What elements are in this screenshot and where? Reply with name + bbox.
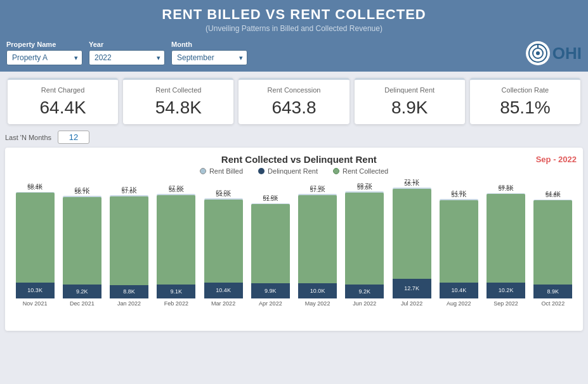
- delinquent-label: 9.1K: [157, 285, 195, 298]
- property-filter: Property Name Property A Property B Prop…: [6, 41, 82, 65]
- delinquent-label: 8.9K: [533, 285, 572, 298]
- bar-delinquent: 9.2K: [345, 285, 384, 298]
- bar-group: 67.1K 57.6K 8.8K Jan 2022: [106, 188, 153, 307]
- metric-card: Collection Rate 85.1%: [470, 78, 580, 124]
- metric-value: 54.8K: [131, 98, 226, 118]
- chart-header: Rent Collected vs Delinquent Rent Sep - …: [11, 154, 577, 165]
- bar-collected: 57.6K: [110, 196, 148, 285]
- bar-month-label: Jul 2022: [401, 300, 422, 307]
- collected-label: 53.7K: [440, 192, 478, 198]
- bar-collected: 57.6K: [487, 194, 525, 283]
- chart-controls: Last 'N Months: [5, 131, 583, 144]
- bar-collected: 58.7K: [393, 189, 431, 279]
- bar-delinquent: 10.4K: [440, 283, 478, 298]
- legend-delinquent-label: Delinquent Rent: [268, 167, 318, 175]
- metric-value: 8.9K: [362, 98, 457, 118]
- header: RENT BILLED VS RENT COLLECTED (Unveiling…: [0, 0, 588, 72]
- bar-month-label: Nov 2021: [23, 300, 48, 307]
- svg-point-2: [536, 51, 540, 55]
- month-label: Month: [171, 41, 247, 48]
- bar-collected: 57.2K: [298, 195, 337, 283]
- bar-group: 67.9K 57.2K 10.0K May 2022: [294, 188, 341, 307]
- bar-delinquent: 10.0K: [298, 283, 337, 298]
- collected-icon: [333, 168, 339, 174]
- metric-card: Rent Concession 643.8: [238, 78, 349, 124]
- delinquent-label: 10.0K: [298, 283, 337, 298]
- bar-group: 66.6K 56.7K 9.2K Dec 2021: [58, 188, 105, 307]
- collected-label: 54.0K: [204, 191, 243, 198]
- metric-value: 85.1%: [478, 98, 573, 118]
- page-subtitle: (Unveiling Patterns in Billed and Collec…: [0, 24, 588, 33]
- last-n-input[interactable]: [58, 131, 89, 144]
- bar-month-label: Dec 2021: [70, 300, 95, 307]
- month-select[interactable]: JanuaryFebruaryMarch AprilMayJune JulyAu…: [171, 50, 247, 65]
- collected-label: 57.6K: [110, 188, 148, 195]
- metric-card: Rent Collected 54.8K: [123, 78, 233, 124]
- billed-icon: [200, 168, 206, 174]
- legend-delinquent: Delinquent Rent: [258, 167, 318, 175]
- bar-group: 69.7K 59.8K 9.2K Jun 2022: [341, 188, 388, 307]
- bar-delinquent: 8.8K: [110, 285, 148, 298]
- bar-delinquent: 12.7K: [393, 279, 431, 298]
- bar-collected: 54.8K: [533, 200, 572, 285]
- year-select[interactable]: 2020 2021 2022 2023: [89, 50, 165, 65]
- logo-circle: [526, 41, 550, 65]
- logo-text: OHI: [552, 44, 582, 63]
- metric-label: Rent Charged: [15, 86, 110, 94]
- collected-label: 58.7K: [393, 181, 431, 187]
- chart-container: Rent Collected vs Delinquent Rent Sep - …: [5, 148, 583, 331]
- year-label: Year: [89, 41, 165, 48]
- bar-delinquent: 10.3K: [16, 283, 55, 298]
- bar-delinquent: 10.2K: [487, 283, 525, 298]
- legend-collected: Rent Collected: [333, 167, 388, 175]
- metric-label: Delinquent Rent: [362, 86, 457, 94]
- delinquent-icon: [258, 168, 265, 174]
- delinquent-label: 10.4K: [440, 283, 478, 298]
- collected-label: 57.2K: [298, 187, 337, 193]
- collected-label: 58.0K: [157, 187, 195, 193]
- bar-collected: 54.0K: [204, 200, 243, 283]
- bar-collected: 56.7K: [63, 197, 101, 285]
- chart-section: Last 'N Months Rent Collected vs Delinqu…: [0, 131, 588, 336]
- bar-group: 64.8K 53.7K 10.4K Aug 2022: [435, 188, 482, 307]
- delinquent-label: 12.7K: [393, 279, 431, 298]
- bar-group: 64.4K 54.8K 8.9K Oct 2022: [530, 188, 577, 307]
- last-n-label: Last 'N Months: [5, 134, 51, 141]
- chart-date: Sep - 2022: [536, 155, 577, 164]
- delinquent-label: 9.9K: [251, 283, 290, 298]
- collected-label: 57.6K: [487, 186, 525, 192]
- collected-label: 59.8K: [345, 184, 384, 191]
- collected-label: 56.7K: [63, 189, 101, 195]
- bar-group: 69.4K 58.4K 10.3K Nov 2021: [11, 188, 58, 307]
- bar-month-label: Feb 2022: [164, 300, 188, 307]
- bar-month-label: Apr 2022: [259, 300, 282, 307]
- bar-collected: 58.0K: [157, 195, 195, 285]
- bar-collected: 59.8K: [345, 193, 384, 285]
- metric-label: Rent Collected: [131, 86, 226, 94]
- bar-delinquent: 10.4K: [204, 283, 243, 298]
- chart-legend: Rent Billed Delinquent Rent Rent Collect…: [11, 167, 577, 175]
- delinquent-label: 9.2K: [63, 285, 101, 298]
- delinquent-label: 10.2K: [487, 283, 525, 298]
- legend-billed-label: Rent Billed: [209, 167, 243, 175]
- bar-month-label: Aug 2022: [447, 300, 471, 307]
- property-select[interactable]: Property A Property B Property C: [6, 50, 82, 65]
- collected-label: 58.4K: [16, 184, 55, 191]
- legend-billed: Rent Billed: [200, 167, 243, 175]
- bar-month-label: Jun 2022: [353, 300, 376, 307]
- bar-month-label: Jan 2022: [117, 300, 141, 307]
- bar-month-label: Mar 2022: [211, 300, 235, 307]
- legend-collected-label: Rent Collected: [343, 167, 388, 175]
- metric-value: 64.4K: [15, 98, 110, 118]
- bar-delinquent: 9.1K: [157, 285, 195, 298]
- page-title: RENT BILLED VS RENT COLLECTED: [0, 6, 588, 23]
- bar-collected: 53.7K: [440, 200, 478, 283]
- bar-group: 65.0K 54.0K 10.4K Mar 2022: [200, 188, 247, 307]
- metric-value: 643.8: [246, 98, 341, 118]
- bar-chart: 69.4K 58.4K 10.3K Nov 2021 66.6K 56.7K: [11, 180, 577, 326]
- bar-collected: 51.5K: [251, 204, 290, 283]
- delinquent-label: 8.8K: [110, 285, 148, 298]
- bar-month-label: Oct 2022: [542, 300, 565, 307]
- metrics-row: Rent Charged 64.4K Rent Collected 54.8K …: [0, 72, 588, 131]
- collected-label: 51.5K: [251, 196, 290, 202]
